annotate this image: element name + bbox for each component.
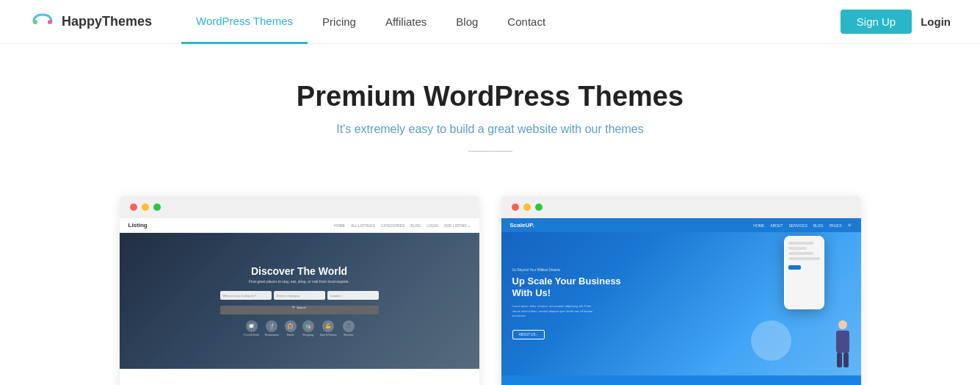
- listing-icon-restaurant: 🍴 Restaurants: [265, 320, 279, 337]
- person-leg-right: [843, 353, 849, 367]
- phone-line-1: [788, 242, 813, 245]
- scaleup-nav-links: HOME ABOUT SERVICES BLOG PAGES 🔍: [753, 223, 852, 228]
- scaleup-heading: Up Scale Your BusinessWith Us!: [512, 276, 850, 301]
- listing-search-input-3: Location: [327, 291, 379, 300]
- fitness-label: Gym & Fitness: [320, 334, 337, 337]
- scaleup-mini-nav: ScaleUP. HOME ABOUT SERVICES BLOG PAGES …: [501, 218, 861, 232]
- scaleup-brand: ScaleUP.: [510, 222, 534, 229]
- happythemes-logo-icon: [29, 9, 56, 35]
- phone-line-2: [788, 247, 807, 250]
- listing-search-input-1: What are you looking for?: [220, 291, 272, 300]
- scaleup-body: Lorem ipsum dolor sit amet, consectetur …: [512, 304, 600, 318]
- scaleup-content: Go Beyond Your Wildest Dreams Up Scale Y…: [512, 268, 850, 340]
- restaurant-icon: 🍴: [266, 320, 277, 332]
- fitness-icon: 💪: [322, 320, 334, 332]
- dot-yellow: [142, 204, 149, 211]
- logo-text: HappyThemes: [62, 14, 152, 29]
- svg-point-0: [33, 20, 37, 24]
- listing-icon-hotel: 🏨 Hotels: [285, 320, 297, 337]
- listing-hero-content: Discover The World Find great places to …: [220, 265, 379, 337]
- person-leg-left: [837, 353, 842, 367]
- listing-icon-food: 🍽️ Food & Drink: [244, 320, 258, 337]
- nav-item-contact[interactable]: Contact: [493, 0, 560, 44]
- services-icon: 🎵: [343, 320, 355, 332]
- dot-green: [153, 204, 161, 211]
- header-left: HappyThemes WordPress Themes Pricing Aff…: [29, 0, 560, 44]
- main-nav: WordPress Themes Pricing Affiliates Blog…: [181, 0, 560, 44]
- shopping-icon: 🛍️: [302, 320, 314, 332]
- dot-green-2: [535, 204, 542, 211]
- hotel-icon: 🏨: [285, 320, 297, 332]
- scaleup-theme-card[interactable]: ScaleUP. HOME ABOUT SERVICES BLOG PAGES …: [501, 196, 861, 385]
- listing-mini-nav: Listing HOME ALL LISTINGS CATEGORIES BLO…: [120, 218, 479, 233]
- listing-brand: Listing: [128, 222, 148, 229]
- logo[interactable]: HappyThemes: [29, 9, 152, 35]
- svg-point-1: [48, 20, 52, 24]
- hero-title: Premium WordPress Themes: [15, 81, 965, 112]
- listing-icon-fitness: 💪 Gym & Fitness: [320, 320, 337, 337]
- scaleup-card-bar: [501, 196, 861, 218]
- nav-item-wordpress-themes[interactable]: WordPress Themes: [181, 0, 308, 44]
- hero-subtitle: It's extremely easy to build a great web…: [15, 123, 965, 136]
- login-button[interactable]: Login: [921, 15, 951, 28]
- listing-search-button[interactable]: 🔍 Search: [220, 306, 379, 314]
- scaleup-eyebrow: Go Beyond Your Wildest Dreams: [512, 268, 850, 272]
- nav-item-blog[interactable]: Blog: [441, 0, 493, 44]
- dot-red: [130, 204, 137, 211]
- header: HappyThemes WordPress Themes Pricing Aff…: [0, 0, 980, 44]
- listing-hero-title: Discover The World: [220, 265, 379, 277]
- nav-item-pricing[interactable]: Pricing: [308, 0, 371, 44]
- listing-search-input-2: Select a Category: [274, 291, 325, 300]
- signup-button[interactable]: Sign Up: [841, 10, 912, 34]
- dot-red-2: [512, 204, 519, 211]
- listing-nav-links: HOME ALL LISTINGS CATEGORIES BLOG LOGIN …: [334, 223, 470, 228]
- header-right: Sign Up Login: [841, 10, 951, 34]
- scaleup-hero-bg: Go Beyond Your Wildest Dreams Up Scale Y…: [501, 232, 861, 375]
- listing-icon-shopping: 🛍️ Shopping: [302, 320, 314, 337]
- themes-grid: Listing HOME ALL LISTINGS CATEGORIES BLO…: [0, 174, 980, 385]
- dot-yellow-2: [523, 204, 531, 211]
- services-label: Services: [344, 334, 353, 337]
- shopping-label: Shopping: [302, 334, 313, 337]
- listing-icons-row: 🍽️ Food & Drink 🍴 Restaurants 🏨 Hotels: [220, 320, 379, 337]
- hero-divider: [468, 151, 512, 152]
- hero-section: Premium WordPress Themes It's extremely …: [0, 44, 980, 174]
- listing-hero-sub: Find great places to stay, eat, shop, or…: [220, 279, 379, 284]
- listing-icon-services: 🎵 Services: [343, 320, 355, 337]
- person-legs: [832, 353, 854, 367]
- phone-line-4: [788, 257, 820, 260]
- listing-search-bar: What are you looking for? Select a Categ…: [220, 291, 379, 300]
- restaurant-label: Restaurants: [265, 334, 279, 337]
- scaleup-cta-button[interactable]: ABOUT US ↓: [512, 330, 545, 339]
- food-label: Food & Drink: [244, 334, 258, 337]
- phone-line-3: [788, 252, 813, 255]
- nav-item-affiliates[interactable]: Affiliates: [371, 0, 441, 44]
- listing-hero-bg: Discover The World Find great places to …: [120, 233, 479, 369]
- food-icon: 🍽️: [246, 320, 258, 332]
- listing-theme-card[interactable]: Listing HOME ALL LISTINGS CATEGORIES BLO…: [120, 196, 479, 385]
- listing-preview: Listing HOME ALL LISTINGS CATEGORIES BLO…: [120, 218, 479, 385]
- scaleup-preview: ScaleUP. HOME ABOUT SERVICES BLOG PAGES …: [501, 218, 861, 385]
- hotel-label: Hotels: [287, 334, 294, 337]
- listing-card-bar: [120, 196, 479, 218]
